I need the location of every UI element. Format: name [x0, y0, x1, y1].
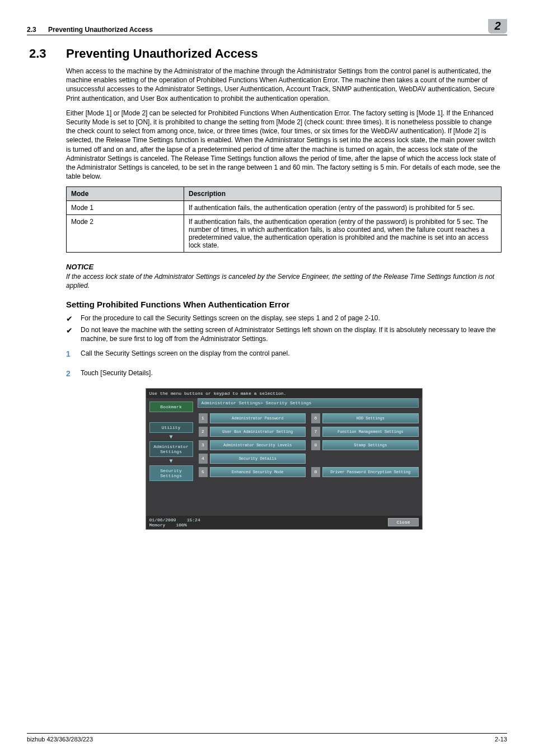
device-screenshot: Use the menu buttons or keypad to make a… — [146, 388, 423, 530]
panel-date: 01/06/2009 — [149, 517, 176, 522]
th-desc: Description — [184, 187, 502, 201]
menu-number: 5 — [199, 467, 208, 477]
page-footer: bizhub 423/363/283/223 2-13 — [27, 733, 507, 743]
panel-memory-value: 100% — [176, 522, 187, 528]
section-title: 2.3 Preventing Unauthorized Access — [27, 46, 507, 61]
menu-number: 2 — [199, 427, 208, 437]
menu-number: 0 — [311, 467, 320, 477]
driver-password-button[interactable]: Driver Password Encryption Setting — [322, 467, 419, 477]
administrator-settings-button[interactable]: Administrator Settings — [149, 441, 193, 457]
running-head-title: Preventing Unauthorized Access — [48, 26, 153, 34]
menu-button-grid: 1Administrator Password 6HDD Settings 2U… — [198, 413, 419, 477]
section-body: When access to the machine by the Admini… — [66, 67, 502, 530]
chevron-down-icon: ▼ — [149, 458, 193, 464]
chapter-badge: 2 — [488, 19, 507, 34]
table-row: Mode 1 If authentication fails, the auth… — [67, 201, 502, 215]
close-button[interactable]: Close — [388, 518, 418, 526]
menu-number: 8 — [311, 440, 320, 450]
userbox-admin-button[interactable]: User Box Administrator Setting — [210, 427, 306, 437]
cell-mode: Mode 1 — [67, 201, 184, 215]
section-number: 2.3 — [27, 46, 66, 61]
step-text: Call the Security Settings screen on the… — [81, 349, 290, 360]
panel-left-column: Bookmark Utility ▼ Administrator Setting… — [146, 398, 196, 516]
section-name: Preventing Unauthorized Access — [66, 46, 258, 61]
notice-heading: NOTICE — [66, 263, 502, 271]
footer-model: bizhub 423/363/283/223 — [27, 736, 93, 743]
footer-page: 2-13 — [495, 736, 507, 743]
security-details-button[interactable]: Security Details — [210, 454, 306, 464]
panel-right-column: Administrator Settings> Security Setting… — [196, 398, 422, 516]
cell-mode: Mode 2 — [67, 215, 184, 253]
utility-button[interactable]: Utility — [149, 422, 193, 433]
menu-number: 6 — [311, 413, 320, 423]
panel-time: 15:24 — [187, 517, 200, 522]
mode-table: Mode Description Mode 1 If authenticatio… — [66, 186, 502, 253]
hdd-settings-button[interactable]: HDD Settings — [322, 413, 419, 423]
menu-number: 1 — [199, 413, 208, 423]
bullet-list: For the procedure to call the Security S… — [66, 314, 502, 343]
panel-body: Bookmark Utility ▼ Administrator Setting… — [146, 398, 422, 516]
panel-top-message: Use the menu buttons or keypad to make a… — [146, 389, 422, 398]
running-head-num: 2.3 — [27, 26, 36, 34]
security-settings-button[interactable]: Security Settings — [149, 465, 193, 481]
menu-number: 7 — [311, 427, 320, 437]
admin-security-levels-button[interactable]: Administrator Security Levels — [210, 440, 306, 450]
list-item: Do not leave the machine with the settin… — [66, 325, 502, 343]
menu-number: 4 — [199, 454, 208, 464]
bookmark-button[interactable]: Bookmark — [149, 402, 193, 412]
step-item: 2Touch [Security Details]. — [66, 368, 502, 379]
administrator-password-button[interactable]: Administrator Password — [210, 413, 306, 423]
menu-number: 3 — [199, 440, 208, 450]
panel-footer: 01/06/2009 15:24 Memory 100% Close — [146, 516, 422, 529]
stamp-settings-button[interactable]: Stamp Settings — [322, 440, 419, 450]
cell-desc: If authentication fails, the authenticat… — [184, 215, 502, 253]
subsection-heading: Setting Prohibited Functions When Authen… — [66, 300, 502, 309]
step-list: 1Call the Security Settings screen on th… — [66, 349, 502, 379]
checkmark-icon — [66, 325, 81, 343]
cell-desc: If authentication fails, the authenticat… — [184, 201, 502, 215]
function-management-button[interactable]: Function Management Settings — [322, 427, 419, 437]
step-text: Touch [Security Details]. — [81, 368, 153, 379]
th-mode: Mode — [67, 187, 184, 201]
paragraph-2: Either [Mode 1] or [Mode 2] can be selec… — [66, 109, 502, 181]
list-item: For the procedure to call the Security S… — [66, 314, 502, 324]
panel-memory-label: Memory — [149, 522, 166, 528]
enhanced-security-button[interactable]: Enhanced Security Mode — [210, 467, 306, 477]
table-header-row: Mode Description — [67, 187, 502, 201]
checkmark-icon — [66, 314, 81, 324]
running-head: 2.3 Preventing Unauthorized Access — [27, 26, 488, 34]
step-number: 1 — [66, 349, 81, 360]
bullet-text: Do not leave the machine with the settin… — [81, 325, 502, 343]
page-header: 2.3 Preventing Unauthorized Access 2 — [27, 19, 507, 35]
chevron-down-icon: ▼ — [149, 434, 193, 440]
notice-text: If the access lock state of the Administ… — [66, 272, 502, 290]
step-item: 1Call the Security Settings screen on th… — [66, 349, 502, 360]
panel-datetime: 01/06/2009 15:24 Memory 100% — [149, 517, 200, 528]
step-number: 2 — [66, 368, 81, 379]
paragraph-1: When access to the machine by the Admini… — [66, 67, 502, 103]
breadcrumb: Administrator Settings> Security Setting… — [198, 398, 419, 408]
table-row: Mode 2 If authentication fails, the auth… — [67, 215, 502, 253]
bullet-text: For the procedure to call the Security S… — [81, 314, 380, 324]
